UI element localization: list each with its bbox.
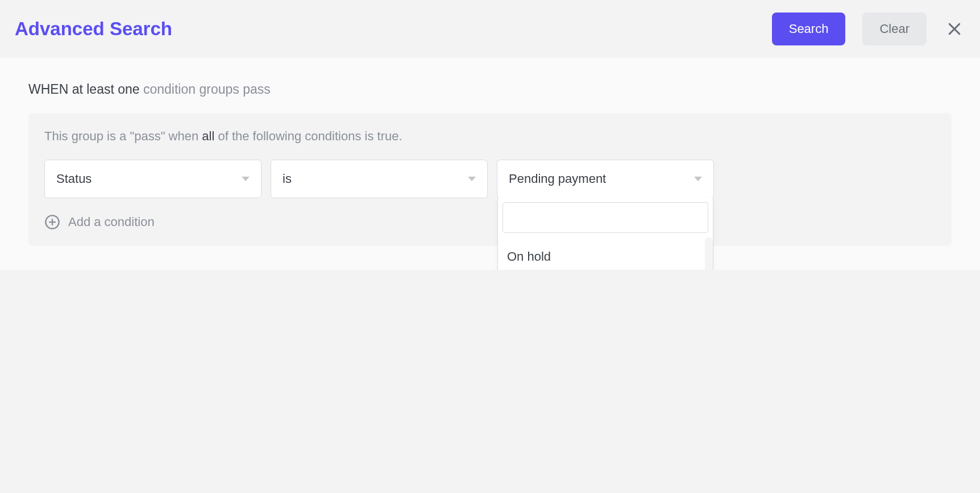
dropdown-search-wrap xyxy=(498,198,713,237)
value-select[interactable]: Pending payment On hold Completed Cancel… xyxy=(497,160,714,198)
comparator-select[interactable]: is xyxy=(271,160,488,198)
field-select-value: Status xyxy=(56,172,242,186)
close-button[interactable] xyxy=(944,18,965,40)
content: WHEN at least one condition groups pass … xyxy=(0,58,980,270)
group-description: This group is a "pass" when all of the f… xyxy=(44,129,936,144)
group-actions-row: Add a condition xyxy=(44,214,936,230)
rule-prefix: WHEN xyxy=(28,82,68,97)
plus-circle-icon xyxy=(44,214,60,230)
add-condition-button[interactable]: Add a condition xyxy=(44,214,155,230)
page-title: Advanced Search xyxy=(15,18,772,40)
dropdown-list: On hold Completed Cancelled Refunded Fai… xyxy=(498,237,713,270)
group-desc-prefix: This group is a "pass" when xyxy=(44,129,198,143)
dropdown-option[interactable]: On hold xyxy=(498,237,713,270)
header-actions: Search Clear xyxy=(772,12,965,45)
add-condition-label: Add a condition xyxy=(68,215,155,229)
dropdown-search-input[interactable] xyxy=(503,202,708,233)
value-select-value: Pending payment xyxy=(509,172,694,186)
rule-heading: WHEN at least one condition groups pass xyxy=(28,82,952,97)
condition-row: Status is Pending payment On hold Comple… xyxy=(44,160,936,198)
condition-group: This group is a "pass" when all of the f… xyxy=(28,113,952,246)
chevron-down-icon xyxy=(468,177,476,181)
value-dropdown-panel: On hold Completed Cancelled Refunded Fai… xyxy=(497,198,713,270)
chevron-down-icon xyxy=(242,177,250,181)
close-icon xyxy=(946,20,963,37)
field-select[interactable]: Status xyxy=(44,160,261,198)
rule-operator[interactable]: at least one xyxy=(72,82,140,97)
clear-button[interactable]: Clear xyxy=(862,12,927,45)
group-desc-operator[interactable]: all xyxy=(202,129,214,143)
header: Advanced Search Search Clear xyxy=(0,0,980,58)
group-desc-suffix: of the following conditions is true. xyxy=(218,129,402,143)
search-button[interactable]: Search xyxy=(772,12,846,45)
comparator-select-value: is xyxy=(283,172,468,186)
chevron-down-icon xyxy=(694,177,702,181)
rule-suffix: condition groups pass xyxy=(143,82,271,97)
scrollbar-track[interactable] xyxy=(705,237,713,270)
